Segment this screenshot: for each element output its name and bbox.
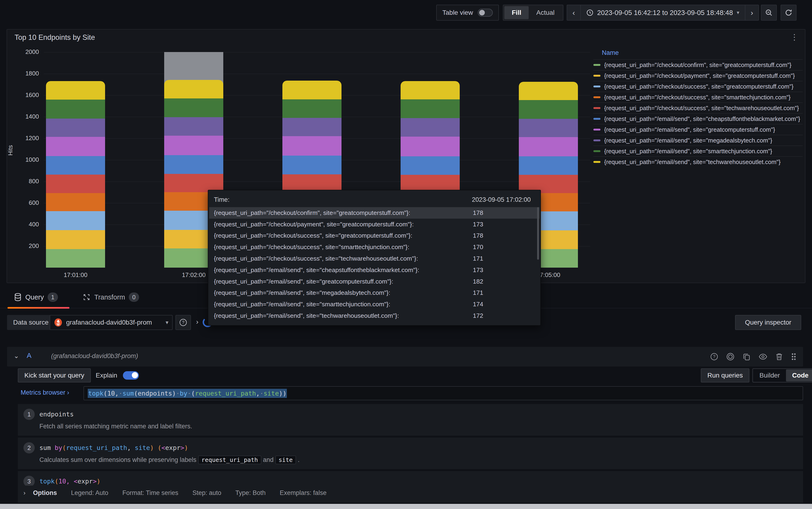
- bar-segment[interactable]: [401, 99, 460, 118]
- run-queries-button[interactable]: Run queries: [701, 368, 749, 382]
- legend-item[interactable]: {request_uri_path="/checkout/confirm", s…: [593, 59, 803, 70]
- bar-segment[interactable]: [46, 175, 105, 193]
- legend-item[interactable]: {request_uri_path="/checkout/payment", s…: [593, 70, 803, 81]
- drag-handle-icon[interactable]: [791, 352, 797, 361]
- actual-option[interactable]: Actual: [529, 6, 562, 19]
- bar-segment[interactable]: [46, 193, 105, 211]
- bar-segment[interactable]: [46, 100, 105, 118]
- legend-item[interactable]: {request_uri_path="/checkout/success", s…: [593, 92, 803, 102]
- bar-segment[interactable]: [519, 100, 578, 119]
- bar-segment[interactable]: [282, 136, 342, 156]
- bar-segment[interactable]: [519, 137, 578, 157]
- datasource-help-button[interactable]: ?: [176, 315, 191, 330]
- bottom-scrollbar[interactable]: [0, 504, 812, 509]
- eye-icon[interactable]: [758, 353, 768, 360]
- legend-item[interactable]: {request_uri_path="/email/send", site="m…: [593, 135, 803, 145]
- fill-option[interactable]: Fill: [504, 6, 529, 19]
- bar-segment[interactable]: [46, 156, 105, 174]
- refresh-button[interactable]: [781, 5, 797, 21]
- tab-query[interactable]: Query 1: [14, 288, 58, 307]
- stacked-bar[interactable]: [46, 81, 105, 268]
- bar-segment[interactable]: [519, 119, 578, 137]
- query-options-row[interactable]: › Options Legend: AutoFormat: Time serie…: [18, 485, 803, 500]
- time-range-button[interactable]: 2023-09-05 16:42:12 to 2023-09-05 18:48:…: [581, 5, 745, 21]
- time-shift-right-button[interactable]: ›: [745, 5, 759, 21]
- bar-segment[interactable]: [519, 156, 578, 175]
- bar-segment[interactable]: [46, 249, 105, 268]
- bar-segment[interactable]: [164, 174, 223, 193]
- code-token: >: [181, 444, 184, 451]
- trash-icon[interactable]: [775, 353, 783, 361]
- bar-segment[interactable]: [46, 211, 105, 230]
- gridline: [43, 74, 590, 74]
- bar-segment[interactable]: [164, 117, 223, 136]
- options-title: Options: [33, 489, 57, 497]
- bar-segment[interactable]: [164, 155, 223, 174]
- bar-segment[interactable]: [282, 118, 342, 136]
- legend-item[interactable]: {request_uri_path="/email/send", site="s…: [593, 145, 803, 156]
- legend-item-label: {request_uri_path="/email/send", site="t…: [604, 159, 781, 165]
- datasource-select[interactable]: grafanacloud-david0b3f-prom ▾: [50, 315, 173, 330]
- legend-header[interactable]: Name: [593, 49, 803, 59]
- bar-segment[interactable]: [46, 118, 105, 137]
- time-shift-left-button[interactable]: ‹: [567, 5, 581, 21]
- record-icon[interactable]: [726, 352, 735, 361]
- top-toolbar: Table view Fill Actual ‹ 2023-09-05 16:4…: [0, 0, 812, 26]
- table-view-toggle[interactable]: [478, 9, 493, 16]
- bar-segment[interactable]: [164, 80, 223, 98]
- query-inspector-button[interactable]: Query inspector: [735, 315, 801, 330]
- bar-segment[interactable]: [401, 156, 460, 175]
- bar-segment[interactable]: [164, 98, 223, 117]
- code-token: >: [93, 478, 97, 485]
- legend-item[interactable]: {request_uri_path="/email/send", site="g…: [593, 124, 803, 135]
- legend-item[interactable]: {request_uri_path="/checkout/success", s…: [593, 102, 803, 113]
- bar-segment[interactable]: [519, 82, 578, 100]
- legend-item[interactable]: {request_uri_path="/checkout/success", s…: [593, 81, 803, 92]
- bar-segment[interactable]: [401, 81, 460, 99]
- code-token: ,: [127, 444, 135, 451]
- tooltip-series-label: {request_uri_path="/checkout/confirm", s…: [209, 209, 410, 216]
- tab-transform[interactable]: Transform 0: [83, 288, 139, 307]
- legend-item-label: {request_uri_path="/checkout/success", s…: [604, 83, 793, 90]
- bar-segment[interactable]: [282, 80, 342, 99]
- zoom-out-button[interactable]: [761, 5, 777, 21]
- label-chip: request_uri_path: [198, 455, 261, 464]
- legend-color-swatch: [593, 150, 600, 152]
- chart-legend: Name {request_uri_path="/checkout/confir…: [593, 49, 803, 167]
- code-option[interactable]: Code: [786, 369, 812, 381]
- code-token: (: [55, 478, 58, 485]
- code-token: ·: [260, 390, 263, 397]
- bar-segment[interactable]: [46, 137, 105, 156]
- promql-code-editor[interactable]: topk(10,·sum(endpoints)·by·(request_uri_…: [84, 386, 803, 400]
- tooltip-row: {request_uri_path="/email/send", site="c…: [209, 264, 539, 276]
- bar-segment[interactable]: [401, 118, 460, 137]
- legend-item-label: {request_uri_path="/checkout/success", s…: [604, 94, 791, 101]
- code-token: )): [279, 390, 287, 397]
- help-circle-icon[interactable]: ?: [710, 353, 718, 361]
- bar-segment[interactable]: [164, 136, 223, 156]
- code-token: ,: [256, 390, 260, 397]
- svg-text:?: ?: [182, 320, 184, 325]
- duplicate-icon[interactable]: [743, 353, 751, 361]
- query-ref-id: A: [27, 351, 31, 360]
- builder-option[interactable]: Builder: [753, 369, 786, 381]
- bar-segment[interactable]: [401, 137, 460, 156]
- query-row-header[interactable]: ⌄ A (grafanacloud-david0b3f-prom) ?: [7, 347, 803, 367]
- table-view-toggle-group[interactable]: Table view: [436, 5, 499, 21]
- kick-start-button[interactable]: Kick start your query: [18, 368, 91, 382]
- tooltip-series-label: {request_uri_path="/checkout/success", s…: [209, 232, 412, 239]
- legend-item[interactable]: {request_uri_path="/email/send", site="c…: [593, 113, 803, 124]
- bar-segment[interactable]: [282, 99, 342, 118]
- tab-query-label: Query: [25, 294, 44, 301]
- chevron-right-icon[interactable]: ›: [196, 318, 198, 326]
- bar-segment[interactable]: [46, 81, 105, 100]
- legend-item[interactable]: {request_uri_path="/email/send", site="t…: [593, 156, 803, 167]
- tooltip-scrollbar[interactable]: [537, 207, 539, 260]
- collapse-chevron-icon[interactable]: ⌄: [13, 352, 19, 360]
- bar-segment[interactable]: [46, 230, 105, 249]
- metrics-browser-link[interactable]: Metrics browser ›: [21, 389, 69, 396]
- bar-segment[interactable]: [282, 156, 342, 174]
- grafana-panel-edit-view: Table view Fill Actual ‹ 2023-09-05 16:4…: [0, 0, 812, 509]
- legend-color-swatch: [593, 139, 600, 141]
- explain-toggle[interactable]: [123, 371, 139, 380]
